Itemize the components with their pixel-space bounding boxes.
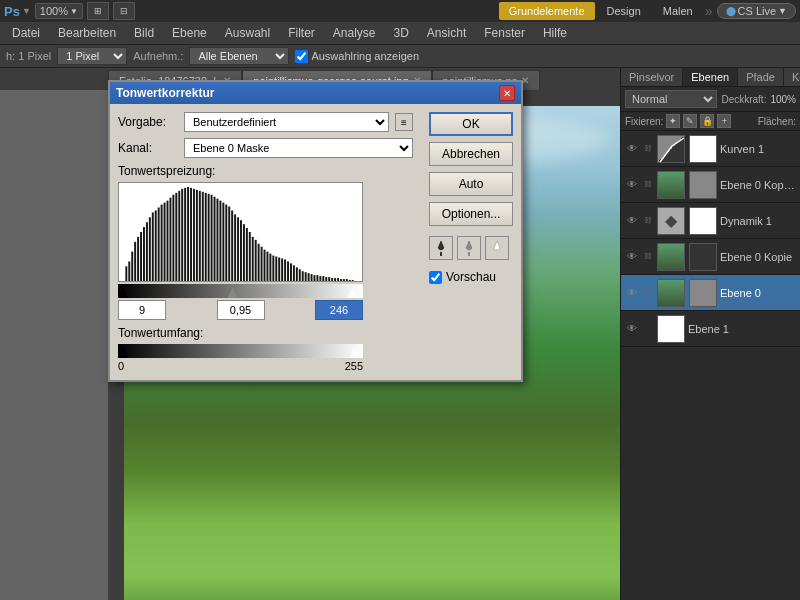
slider-gray-handle[interactable] [228,284,237,298]
vorgabe-label: Vorgabe: [118,115,178,129]
svg-rect-5 [137,237,139,281]
slider-white-handle[interactable] [348,284,357,298]
kanal-row: Kanal: Ebene 0 Maske [118,138,413,158]
svg-rect-28 [205,193,207,281]
svg-rect-50 [269,254,271,281]
svg-rect-25 [196,190,198,281]
svg-rect-58 [293,265,295,281]
dropper-gray[interactable] [457,236,481,260]
svg-rect-75 [343,279,345,281]
svg-rect-22 [187,187,189,281]
svg-rect-6 [140,232,142,281]
input-slider[interactable] [118,284,363,298]
svg-rect-67 [319,276,321,281]
input-values-row: 9 0,95 246 [118,300,363,320]
svg-rect-30 [211,195,213,281]
svg-rect-44 [252,237,254,281]
svg-rect-78 [352,280,354,281]
svg-rect-24 [193,189,195,281]
dialog-close-btn[interactable]: ✕ [499,85,515,101]
svg-rect-65 [314,275,316,281]
output-label: Tonwertumfang: [118,326,413,340]
svg-rect-70 [328,277,330,281]
svg-rect-33 [219,201,221,281]
dialog-right: OK Abbrechen Auto Optionen... [421,104,521,380]
dialog-title: Tonwertkorrektur [116,86,214,100]
svg-rect-23 [190,188,192,281]
svg-rect-57 [290,263,292,281]
svg-rect-60 [299,269,301,281]
svg-rect-52 [275,257,277,282]
input-max-value[interactable]: 246 [315,300,363,320]
dialog-body: Vorgabe: Benutzerdefiniert ≡ Kanal: Eben… [110,104,521,380]
svg-rect-16 [169,198,171,281]
svg-rect-79 [440,252,442,256]
svg-rect-27 [202,192,204,281]
svg-rect-14 [164,203,166,281]
svg-rect-37 [231,210,233,281]
svg-rect-74 [340,279,342,281]
dropper-black[interactable] [429,236,453,260]
svg-rect-32 [216,199,218,281]
svg-rect-69 [325,277,327,281]
svg-rect-7 [143,227,145,281]
svg-rect-77 [349,280,351,281]
svg-rect-18 [175,193,177,281]
svg-rect-64 [311,274,313,281]
svg-rect-10 [152,212,154,281]
ok-button[interactable]: OK [429,112,513,136]
svg-rect-11 [155,210,157,281]
dropper-white[interactable] [485,236,509,260]
input-mid-value[interactable]: 0,95 [217,300,265,320]
svg-rect-41 [243,224,245,281]
svg-rect-80 [468,252,470,256]
svg-rect-34 [222,203,224,281]
svg-rect-47 [261,247,263,281]
svg-rect-9 [149,217,151,281]
slider-black-handle[interactable] [119,284,128,298]
svg-rect-40 [240,220,242,281]
svg-rect-54 [281,258,283,281]
kanal-select[interactable]: Ebene 0 Maske [184,138,413,158]
tonwertspreizung-label: Tonwertspreizung: [118,164,413,178]
svg-rect-45 [255,240,257,281]
svg-rect-39 [237,217,239,281]
svg-rect-21 [184,188,186,281]
svg-rect-26 [199,191,201,281]
svg-rect-36 [228,207,230,281]
svg-rect-81 [496,252,498,256]
vorgabe-select[interactable]: Benutzerdefiniert [184,112,389,132]
svg-rect-1 [125,266,127,281]
output-max-value: 255 [345,360,363,372]
svg-rect-8 [146,222,148,281]
histogram [118,182,363,282]
output-black-handle[interactable] [119,344,128,358]
output-white-handle[interactable] [350,344,359,358]
dialog-titlebar: Tonwertkorrektur ✕ [110,82,521,104]
dropper-row [429,236,513,260]
svg-rect-68 [322,276,324,281]
svg-rect-51 [272,256,274,281]
svg-rect-20 [181,189,183,281]
svg-rect-31 [214,197,216,281]
svg-rect-76 [346,279,348,281]
svg-rect-49 [266,252,268,281]
auto-button[interactable]: Auto [429,172,513,196]
svg-rect-38 [234,214,236,281]
vorgabe-menu-btn[interactable]: ≡ [395,113,413,131]
abbrechen-button[interactable]: Abbrechen [429,142,513,166]
svg-rect-48 [264,250,266,281]
svg-rect-46 [258,244,260,281]
vorschau-label[interactable]: Vorschau [446,270,496,284]
input-slider-container [118,284,363,298]
vorschau-checkbox[interactable] [429,271,442,284]
kanal-label: Kanal: [118,141,178,155]
input-min-value[interactable]: 9 [118,300,166,320]
svg-rect-4 [134,242,136,281]
svg-rect-35 [225,205,227,281]
optionen-button[interactable]: Optionen... [429,202,513,226]
svg-rect-29 [208,194,210,281]
svg-rect-72 [334,278,336,281]
svg-rect-73 [337,278,339,281]
output-slider[interactable] [118,344,363,358]
